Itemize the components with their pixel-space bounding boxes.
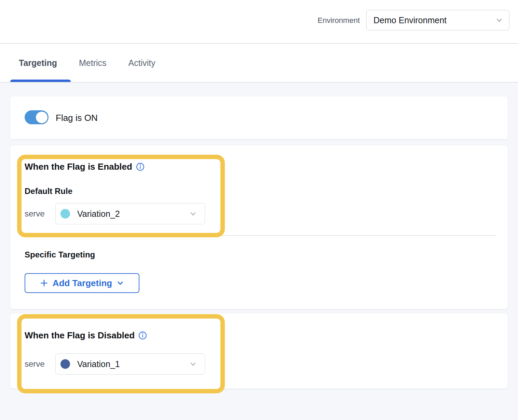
variation-select-value: Variation_2 (77, 209, 189, 219)
environment-select-value: Demo Environment (373, 15, 495, 25)
content-area: Flag is ON When the Flag is Enabled Defa… (0, 83, 518, 420)
variation-color-dot (60, 209, 70, 219)
tab-bar: Targeting Metrics Activity (0, 44, 518, 83)
serve-label: serve (25, 359, 55, 369)
tab-activity[interactable]: Activity (128, 58, 155, 68)
flag-enabled-highlight: When the Flag is Enabled Default Rule se… (17, 155, 225, 237)
flag-toggle-knob (36, 112, 47, 123)
targeting-rules-card: When the Flag is Enabled Default Rule se… (10, 145, 508, 309)
variation-color-dot (60, 359, 70, 369)
add-targeting-button-label: Add Targeting (53, 278, 112, 289)
disabled-serve-row: serve Variation_1 (25, 353, 220, 375)
chevron-down-icon (117, 279, 124, 287)
flag-enabled-title-row: When the Flag is Enabled (25, 162, 220, 172)
plus-icon (40, 279, 48, 287)
flag-disabled-title-row: When the Flag is Disabled (25, 330, 220, 340)
environment-select[interactable]: Demo Environment (366, 10, 509, 30)
add-targeting-button[interactable]: Add Targeting (25, 273, 139, 293)
flag-disabled-highlight: When the Flag is Disabled serve Variatio… (17, 314, 225, 393)
active-tab-underline (10, 80, 71, 82)
flag-disabled-card: When the Flag is Disabled serve Variatio… (10, 313, 508, 389)
flag-toggle[interactable] (25, 110, 49, 124)
flag-status-label: Flag is ON (56, 113, 98, 123)
page-header: Environment Demo Environment (0, 0, 518, 44)
environment-label: Environment (317, 16, 360, 25)
chevron-down-icon (189, 360, 197, 368)
default-rule-serve-row: serve Variation_2 (25, 203, 220, 224)
flag-status-card: Flag is ON (10, 96, 508, 139)
tab-metrics[interactable]: Metrics (79, 58, 107, 68)
chevron-down-icon (495, 16, 503, 24)
specific-targeting-title: Specific Targeting (25, 250, 95, 260)
flag-disabled-title: When the Flag is Disabled (25, 330, 135, 340)
info-icon[interactable] (138, 331, 147, 340)
tab-targeting[interactable]: Targeting (19, 58, 57, 68)
default-rule-label: Default Rule (25, 186, 220, 196)
info-icon[interactable] (136, 163, 145, 171)
serve-label: serve (25, 209, 55, 219)
chevron-down-icon (189, 210, 197, 218)
flag-enabled-title: When the Flag is Enabled (25, 162, 132, 172)
variation-select-value: Variation_1 (77, 359, 189, 369)
disabled-variation-select[interactable]: Variation_1 (55, 353, 205, 375)
default-rule-variation-select[interactable]: Variation_2 (55, 203, 205, 224)
